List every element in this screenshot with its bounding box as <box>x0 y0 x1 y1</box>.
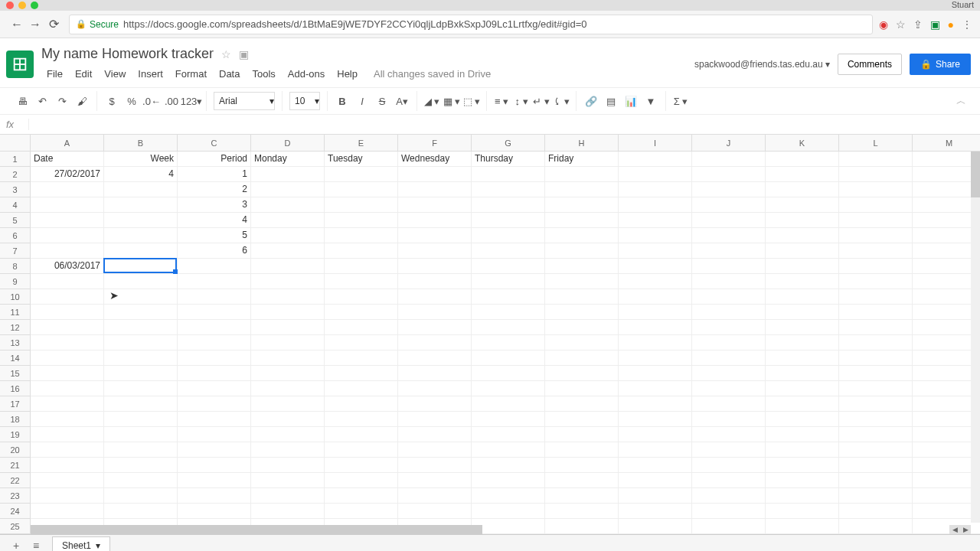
cell-I24[interactable] <box>619 504 692 519</box>
cell-D17[interactable] <box>251 396 325 412</box>
borders-button[interactable]: ▦ ▾ <box>442 91 462 111</box>
cell-D13[interactable] <box>251 335 325 350</box>
cell-D22[interactable] <box>251 473 325 488</box>
cell-B17[interactable] <box>104 396 178 412</box>
row-header-3[interactable]: 3 <box>0 182 31 197</box>
user-email[interactable]: spackwood@friends.tas.edu.au ▾ <box>694 59 830 70</box>
cell-B13[interactable] <box>104 335 178 350</box>
cell-A23[interactable] <box>31 488 104 504</box>
cell-G3[interactable] <box>472 182 545 197</box>
cell-E4[interactable] <box>325 197 398 213</box>
cell-B6[interactable] <box>104 228 178 243</box>
cell-J18[interactable] <box>692 412 766 427</box>
cell-F9[interactable] <box>398 274 472 289</box>
cell-D15[interactable] <box>251 366 325 381</box>
cell-F7[interactable] <box>398 243 472 259</box>
cell-A1[interactable]: Date <box>31 152 104 167</box>
cell-C20[interactable] <box>178 442 251 458</box>
print-button[interactable]: 🖶 <box>12 91 32 111</box>
cell-L18[interactable] <box>839 412 913 427</box>
cell-L5[interactable] <box>839 213 913 228</box>
cell-F1[interactable]: Wednesday <box>398 152 472 167</box>
cell-A6[interactable] <box>31 228 104 243</box>
cell-A5[interactable] <box>31 213 104 228</box>
cell-G15[interactable] <box>472 366 545 381</box>
cell-H6[interactable] <box>545 228 619 243</box>
cell-J6[interactable] <box>692 228 766 243</box>
increase-decimal-button[interactable]: .00 <box>162 91 181 111</box>
menu-help[interactable]: Help <box>332 65 363 83</box>
row-header-8[interactable]: 8 <box>0 259 31 274</box>
cell-B19[interactable] <box>104 427 178 442</box>
merge-button[interactable]: ⬚ ▾ <box>462 91 482 111</box>
cell-C6[interactable]: 5 <box>178 228 251 243</box>
cell-D16[interactable] <box>251 381 325 396</box>
cell-G6[interactable] <box>472 228 545 243</box>
cell-I10[interactable] <box>619 289 692 305</box>
cell-I11[interactable] <box>619 305 692 320</box>
cell-I20[interactable] <box>619 442 692 458</box>
cell-H5[interactable] <box>545 213 619 228</box>
cell-G16[interactable] <box>472 381 545 396</box>
italic-button[interactable]: I <box>352 91 372 111</box>
cell-A18[interactable] <box>31 412 104 427</box>
cell-E16[interactable] <box>325 381 398 396</box>
cell-H3[interactable] <box>545 182 619 197</box>
cell-E11[interactable] <box>325 305 398 320</box>
row-header-25[interactable]: 25 <box>0 519 31 534</box>
cell-H1[interactable]: Friday <box>545 152 619 167</box>
cell-A13[interactable] <box>31 335 104 350</box>
cell-M9[interactable] <box>913 274 980 289</box>
cell-F22[interactable] <box>398 473 472 488</box>
cell-F14[interactable] <box>398 350 472 366</box>
menu-data[interactable]: Data <box>214 65 245 83</box>
move-folder-icon[interactable]: ▣ <box>239 48 249 60</box>
cell-C17[interactable] <box>178 396 251 412</box>
row-header-21[interactable]: 21 <box>0 458 31 473</box>
cell-J2[interactable] <box>692 167 766 182</box>
menu-format[interactable]: Format <box>170 65 212 83</box>
row-header-17[interactable]: 17 <box>0 396 31 412</box>
forward-button[interactable]: → <box>26 15 44 34</box>
cell-C10[interactable] <box>178 289 251 305</box>
cell-F13[interactable] <box>398 335 472 350</box>
cell-B22[interactable] <box>104 473 178 488</box>
cell-D11[interactable] <box>251 305 325 320</box>
cell-L11[interactable] <box>839 305 913 320</box>
column-header-A[interactable]: A <box>31 135 104 152</box>
cell-E21[interactable] <box>325 458 398 473</box>
share-button[interactable]: 🔒 Share <box>910 54 971 75</box>
cell-L16[interactable] <box>839 381 913 396</box>
cell-M22[interactable] <box>913 473 980 488</box>
cell-K6[interactable] <box>766 228 839 243</box>
cell-F19[interactable] <box>398 427 472 442</box>
cell-E14[interactable] <box>325 350 398 366</box>
cell-M8[interactable] <box>913 259 980 274</box>
cell-C16[interactable] <box>178 381 251 396</box>
cell-I7[interactable] <box>619 243 692 259</box>
cell-C22[interactable] <box>178 473 251 488</box>
cell-K5[interactable] <box>766 213 839 228</box>
wrap-button[interactable]: ↵ ▾ <box>531 91 551 111</box>
cell-G24[interactable] <box>472 504 545 519</box>
cell-K21[interactable] <box>766 458 839 473</box>
number-format-button[interactable]: 123 ▾ <box>181 91 201 111</box>
cell-L17[interactable] <box>839 396 913 412</box>
cell-L6[interactable] <box>839 228 913 243</box>
cell-D21[interactable] <box>251 458 325 473</box>
row-header-19[interactable]: 19 <box>0 427 31 442</box>
cell-H21[interactable] <box>545 458 619 473</box>
cell-B18[interactable] <box>104 412 178 427</box>
cell-B12[interactable] <box>104 320 178 335</box>
row-header-11[interactable]: 11 <box>0 305 31 320</box>
cell-A12[interactable] <box>31 320 104 335</box>
cell-C9[interactable] <box>178 274 251 289</box>
column-header-G[interactable]: G <box>472 135 545 152</box>
text-color-button[interactable]: A ▾ <box>392 91 412 111</box>
row-header-20[interactable]: 20 <box>0 442 31 458</box>
collapse-toolbar-icon[interactable]: ︿ <box>956 94 966 108</box>
cell-D5[interactable] <box>251 213 325 228</box>
functions-button[interactable]: Σ ▾ <box>671 91 691 111</box>
cell-A15[interactable] <box>31 366 104 381</box>
chrome-menu-icon[interactable]: ⋮ <box>962 18 972 31</box>
